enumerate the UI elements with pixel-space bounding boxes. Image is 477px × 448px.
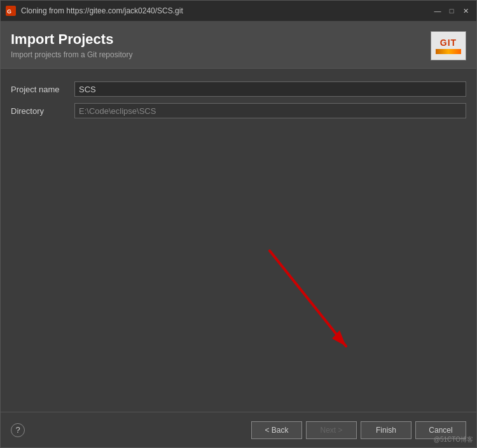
main-window: G Cloning from https://gitee.com/jack024… bbox=[0, 0, 477, 448]
header-section: Import Projects Import projects from a G… bbox=[1, 21, 476, 69]
footer: ? < Back Next > Finish Cancel bbox=[1, 412, 476, 447]
project-name-label: Project name bbox=[11, 85, 74, 94]
directory-row: Directory bbox=[11, 103, 466, 118]
minimize-button[interactable]: — bbox=[432, 5, 443, 17]
git-logo-text: GIT bbox=[440, 38, 457, 48]
project-name-input[interactable] bbox=[74, 81, 466, 97]
maximize-button[interactable]: □ bbox=[446, 5, 457, 17]
svg-text:G: G bbox=[7, 8, 11, 15]
git-logo: GIT bbox=[431, 31, 466, 60]
next-button[interactable]: Next > bbox=[306, 421, 357, 439]
window-title: Cloning from https://gitee.com/jack0240/… bbox=[21, 6, 432, 15]
back-button[interactable]: < Back bbox=[251, 421, 302, 439]
directory-input[interactable] bbox=[74, 103, 466, 118]
window-icon: G bbox=[6, 6, 16, 16]
watermark: @51CTO博客 bbox=[434, 435, 473, 444]
page-subtitle: Import projects from a Git repository bbox=[11, 50, 132, 59]
directory-label: Directory bbox=[11, 106, 74, 116]
header-text: Import Projects Import projects from a G… bbox=[11, 31, 132, 59]
help-button[interactable]: ? bbox=[11, 423, 25, 437]
finish-button[interactable]: Finish bbox=[361, 421, 411, 439]
project-name-row: Project name bbox=[11, 81, 466, 97]
svg-line-2 bbox=[270, 251, 346, 346]
git-logo-inner: GIT bbox=[436, 38, 461, 54]
arrow-indicator bbox=[251, 232, 365, 374]
title-bar: G Cloning from https://gitee.com/jack024… bbox=[1, 1, 476, 21]
svg-marker-3 bbox=[332, 330, 346, 346]
close-button[interactable]: ✕ bbox=[460, 5, 471, 17]
footer-left: ? bbox=[11, 423, 25, 437]
window-controls: — □ ✕ bbox=[432, 5, 471, 17]
page-title: Import Projects bbox=[11, 31, 132, 48]
content-area: Project name Directory bbox=[1, 69, 476, 412]
git-logo-bar bbox=[436, 49, 461, 54]
